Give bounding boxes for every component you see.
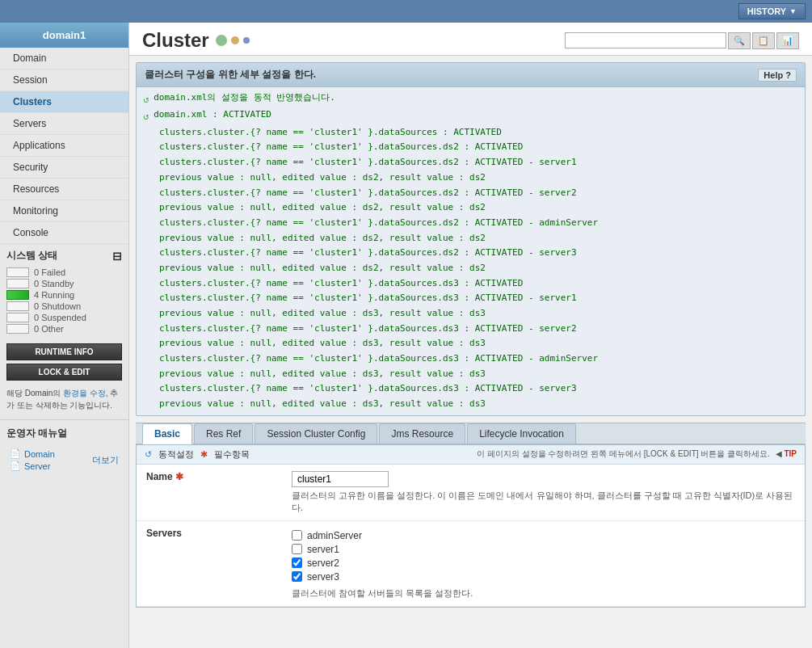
state-count-shutdown: 0 Shutdown bbox=[34, 301, 81, 311]
server2-checkbox[interactable] bbox=[292, 558, 302, 568]
server2-row: server2 bbox=[292, 558, 795, 569]
server3-label: server3 bbox=[307, 571, 339, 583]
tab-jms-resource[interactable]: Jms Resource bbox=[379, 423, 465, 444]
sidebar-item-console[interactable]: Console bbox=[0, 222, 128, 244]
log-text-17: previous value : null, edited value : ds… bbox=[159, 336, 486, 351]
state-row-other: 0 Other bbox=[6, 324, 122, 334]
tab-lifecycle-invocation[interactable]: Lifecycle Invocation bbox=[467, 423, 576, 444]
log-line: clusters.cluster.{? name == 'cluster1' }… bbox=[143, 246, 798, 261]
log-text-19: previous value : null, edited value : ds… bbox=[159, 367, 486, 382]
log-text-1: domain.xml의 설정을 동적 반영했습니다. bbox=[154, 90, 335, 106]
log-line: previous value : null, edited value : ds… bbox=[159, 200, 798, 216]
log-line: ↺ domain.xml : ACTIVATED bbox=[143, 107, 798, 124]
log-text-5: clusters.cluster.{? name == 'cluster1' }… bbox=[159, 155, 577, 170]
tip-label: TIP bbox=[784, 449, 797, 458]
tab-basic[interactable]: Basic bbox=[142, 423, 192, 444]
history-arrow: ▼ bbox=[789, 7, 797, 15]
more-link[interactable]: 더보기 bbox=[92, 454, 119, 466]
search-input[interactable] bbox=[565, 32, 726, 48]
manager-domain-link[interactable]: 📄 Domain bbox=[10, 448, 55, 459]
log-line: previous value : null, edited value : ds… bbox=[159, 306, 798, 322]
log-line: previous value : null, edited value : ds… bbox=[159, 336, 798, 351]
servers-row: Servers adminServer server1 bbox=[137, 520, 805, 606]
log-line: clusters.cluster.{? name == 'cluster1' }… bbox=[143, 276, 798, 292]
log-line: clusters.cluster.{? name == 'cluster1' }… bbox=[143, 351, 798, 367]
log-line: previous value : null, edited value : ds… bbox=[159, 170, 798, 186]
server1-checkbox[interactable] bbox=[292, 544, 302, 554]
sidebar-item-clusters[interactable]: Clusters bbox=[0, 91, 128, 113]
settings-table: Name ✱ 클러스터의 고유한 이름을 설정한다. 이 이름은 도메인 내에서… bbox=[137, 465, 805, 607]
log-text-4: clusters.cluster.{? name == 'cluster1' }… bbox=[159, 140, 523, 155]
log-text-8: previous value : null, edited value : ds… bbox=[159, 200, 486, 216]
log-icon-2: ↺ bbox=[143, 108, 149, 124]
lock-edit-button[interactable]: LOCK & EDIT bbox=[6, 364, 122, 381]
main-content: Cluster 🔍 📋 📊 클러스터 구성을 위한 세 bbox=[129, 23, 812, 648]
log-text-16: clusters.cluster.{? name == 'cluster1' }… bbox=[159, 322, 577, 337]
name-row: Name ✱ 클러스터의 고유한 이름을 설정한다. 이 이름은 도메인 내에서… bbox=[137, 465, 805, 521]
log-icon-1: ↺ bbox=[143, 91, 149, 107]
sidebar-item-resources[interactable]: Resources bbox=[0, 179, 128, 200]
log-text-7: clusters.cluster.{? name == 'cluster1' }… bbox=[159, 186, 577, 201]
state-bar-other bbox=[6, 324, 29, 334]
icon-btn-2[interactable]: 📊 bbox=[776, 32, 799, 49]
sidebar-item-session[interactable]: Session bbox=[0, 69, 128, 91]
log-text-13: clusters.cluster.{? name == 'cluster1' }… bbox=[159, 276, 523, 292]
log-text-15: previous value : null, edited value : ds… bbox=[159, 306, 486, 322]
manager-manual-title: 운영자 매뉴얼 bbox=[0, 419, 128, 444]
state-count-other: 0 Other bbox=[34, 324, 64, 334]
state-bar-standby bbox=[6, 279, 29, 288]
log-line: ↺ domain.xml의 설정을 동적 반영했습니다. bbox=[143, 90, 798, 107]
state-row-shutdown: 0 Shutdown bbox=[6, 301, 122, 311]
tabs-bar: Basic Res Ref Session Cluster Config Jms… bbox=[136, 423, 806, 444]
manager-server-link[interactable]: 📄 Server bbox=[10, 461, 55, 471]
log-text-14: clusters.cluster.{? name == 'cluster1' }… bbox=[159, 291, 577, 306]
tab-res-ref[interactable]: Res Ref bbox=[194, 423, 253, 444]
sidebar-item-servers[interactable]: Servers bbox=[0, 113, 128, 135]
log-text-2: domain.xml : ACTIVATED bbox=[154, 107, 271, 123]
help-button[interactable]: Help ? bbox=[758, 69, 797, 82]
log-text-10: previous value : null, edited value : ds… bbox=[159, 231, 486, 246]
sidebar-item-domain[interactable]: Domain bbox=[0, 48, 128, 69]
icon-btn-1[interactable]: 📋 bbox=[752, 32, 775, 49]
system-state-title: 시스템 상태 bbox=[6, 249, 57, 263]
log-line: clusters.cluster.{? name == 'cluster1' }… bbox=[143, 125, 798, 141]
sidebar-item-monitoring[interactable]: Monitoring bbox=[0, 200, 128, 222]
history-label: HISTORY bbox=[747, 6, 786, 16]
domain-label: domain1 bbox=[0, 23, 128, 48]
log-line: clusters.cluster.{? name == 'cluster1' }… bbox=[143, 322, 798, 337]
sidebar-desc-link[interactable]: 환경을 수정 bbox=[63, 389, 106, 398]
history-button[interactable]: HISTORY ▼ bbox=[738, 3, 806, 19]
state-count-failed: 0 Failed bbox=[34, 267, 65, 277]
sidebar-description: 해당 Domain의 환경을 수정, 추가 또는 삭제하는 기능입니다. bbox=[0, 382, 128, 416]
server-doc-icon: 📄 bbox=[10, 461, 21, 471]
system-state-panel: 시스템 상태 ⊟ 0 Failed 0 Standby 4 Running bbox=[0, 244, 128, 340]
log-line: clusters.cluster.{? name == 'cluster1' }… bbox=[143, 291, 798, 306]
runtime-info-button[interactable]: RUNTIME INFO bbox=[6, 343, 122, 360]
search-button[interactable]: 🔍 bbox=[728, 32, 751, 49]
state-bar-running bbox=[6, 290, 29, 300]
adminserver-label: adminServer bbox=[307, 530, 362, 541]
log-text-9: clusters.cluster.{? name == 'cluster1' }… bbox=[159, 216, 598, 231]
log-body: ↺ domain.xml의 설정을 동적 반영했습니다. ↺ domain.xm… bbox=[137, 87, 805, 415]
state-row-running: 4 Running bbox=[6, 290, 122, 300]
servers-value-cell: adminServer server1 server2 bbox=[282, 520, 805, 606]
state-row-standby: 0 Standby bbox=[6, 279, 122, 288]
server3-checkbox[interactable] bbox=[292, 571, 302, 582]
log-text-3: clusters.cluster.{? name == 'cluster1' }… bbox=[159, 125, 502, 141]
adminserver-checkbox[interactable] bbox=[292, 530, 302, 541]
orange-dot bbox=[231, 36, 239, 44]
sidebar-item-applications[interactable]: Applications bbox=[0, 135, 128, 157]
settings-toolbar: ↺ 동적설정 ✱ 필수항목 이 페이지의 설정을 수정하려면 왼쪽 메뉴에서 [… bbox=[137, 445, 805, 465]
system-state-toggle-icon[interactable]: ⊟ bbox=[112, 250, 122, 263]
required-icon: ✱ bbox=[200, 449, 208, 460]
tab-session-cluster-config[interactable]: Session Cluster Config bbox=[255, 423, 377, 444]
name-input[interactable] bbox=[292, 471, 389, 487]
toolbar-dynamic-label: 동적설정 bbox=[158, 448, 194, 461]
domain-doc-icon: 📄 bbox=[10, 448, 21, 459]
name-label: Name ✱ bbox=[137, 465, 282, 521]
servers-label: Servers bbox=[137, 520, 282, 606]
toolbar-tip-text: 이 페이지의 설정을 수정하려면 왼쪽 메뉴에서 [LOCK & EDIT] 버… bbox=[477, 448, 797, 460]
sidebar-item-security[interactable]: Security bbox=[0, 157, 128, 179]
sidebar: domain1 Domain Session Clusters Servers … bbox=[0, 23, 129, 648]
state-bar-shutdown bbox=[6, 301, 29, 311]
